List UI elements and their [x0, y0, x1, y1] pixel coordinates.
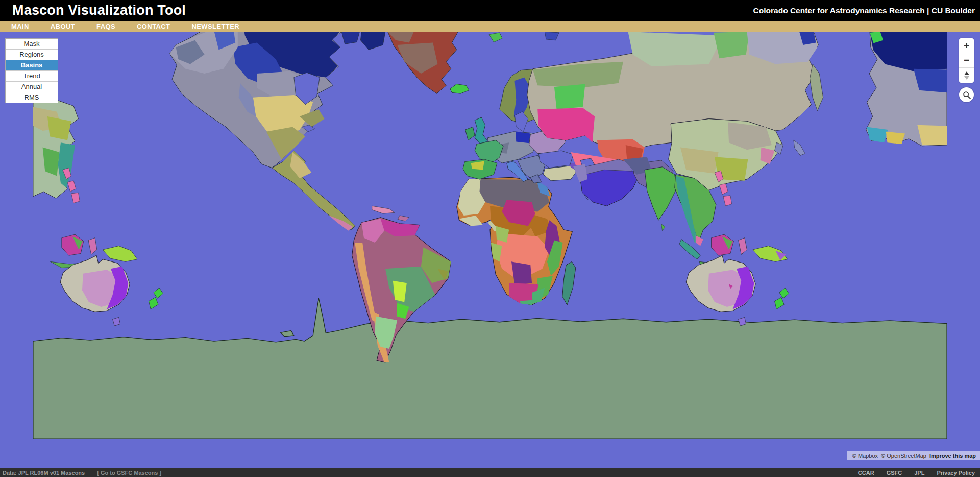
layer-menu: Mask Regions Basins Trend Annual RMS	[5, 38, 58, 103]
landmass-asia	[527, 32, 823, 246]
mascon-visualization-app: Mascon Visualization Tool Colorado Cente…	[0, 0, 980, 477]
org-title: Colorado Center for Astrodynamics Resear…	[753, 6, 980, 15]
layer-item-annual[interactable]: Annual	[6, 82, 58, 92]
layer-item-mask[interactable]: Mask	[6, 39, 58, 50]
map-attribution: © Mapbox © OpenStreetMap Improve this ma…	[847, 451, 980, 460]
footer-link-ccar[interactable]: CCAR	[858, 470, 874, 476]
footer-link-privacy[interactable]: Privacy Policy	[937, 470, 975, 476]
plus-icon: +	[964, 40, 969, 51]
footer-link-gsfc[interactable]: GSFC	[887, 470, 902, 476]
nav-item-contact[interactable]: CONTACT	[137, 22, 170, 30]
layer-item-basins[interactable]: Basins	[6, 60, 58, 71]
layer-item-rms[interactable]: RMS	[6, 92, 58, 103]
landmass-north-america	[170, 32, 409, 231]
gsfc-mascons-link[interactable]: [ Go to GSFC Mascons ]	[97, 470, 161, 476]
search-button[interactable]	[959, 87, 974, 102]
map-controls: + −	[959, 38, 974, 102]
mapbox-attribution[interactable]: © Mapbox	[852, 452, 878, 459]
data-source-label: Data: JPL RL06M v01 Mascons	[3, 470, 85, 476]
main-nav: MAIN ABOUT FAQS CONTACT NEWSLETTER	[0, 21, 980, 32]
landmass-right-wrap	[866, 32, 947, 146]
nav-item-about[interactable]: ABOUT	[51, 22, 75, 30]
compass-button[interactable]	[959, 68, 974, 83]
layer-item-trend[interactable]: Trend	[6, 71, 58, 82]
footer-link-jpl[interactable]: JPL	[914, 470, 924, 476]
compass-icon	[963, 70, 971, 81]
landmass-antarctica	[33, 298, 947, 439]
nav-item-main[interactable]: MAIN	[11, 22, 29, 30]
zoom-in-button[interactable]: +	[959, 38, 974, 53]
layer-item-regions[interactable]: Regions	[6, 50, 58, 60]
app-header: Mascon Visualization Tool Colorado Cente…	[0, 0, 980, 21]
osm-attribution[interactable]: © OpenStreetMap	[881, 452, 926, 459]
minus-icon: −	[964, 55, 969, 66]
world-map-canvas	[0, 32, 980, 468]
page-title: Mascon Visualization Tool	[0, 3, 186, 18]
landmass-australia	[686, 255, 789, 326]
improve-map-link[interactable]: Improve this map	[929, 452, 976, 459]
nav-item-newsletter[interactable]: NEWSLETTER	[191, 22, 239, 30]
world-map[interactable]: © Mapbox © OpenStreetMap Improve this ma…	[0, 32, 980, 468]
footer-bar: Data: JPL RL06M v01 Mascons [ Go to GSFC…	[0, 468, 980, 477]
landmass-left-wrap	[33, 95, 163, 326]
search-icon	[962, 90, 971, 100]
landmass-africa	[457, 177, 576, 305]
nav-item-faqs[interactable]: FAQS	[96, 22, 115, 30]
zoom-out-button[interactable]: −	[959, 53, 974, 68]
